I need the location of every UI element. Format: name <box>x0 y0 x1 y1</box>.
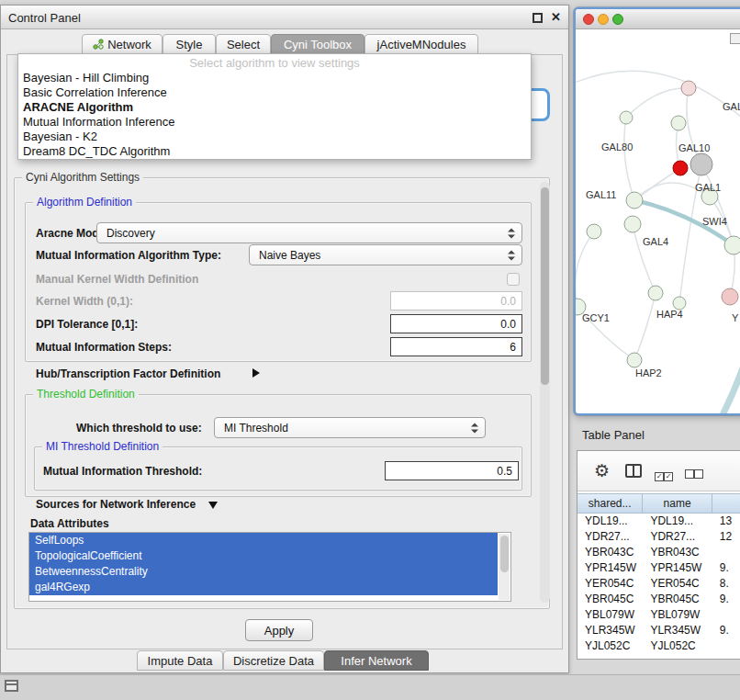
network-node[interactable] <box>587 224 601 239</box>
mi-steps-field[interactable]: 6 <box>390 337 522 356</box>
network-node[interactable] <box>724 236 740 254</box>
table-row[interactable]: YJL052C YJL052C <box>577 638 740 654</box>
table-row[interactable]: YLR345W YLR345W 9. <box>577 623 740 638</box>
table-cell[interactable]: YBR043C <box>577 545 643 560</box>
dpi-tolerance-field[interactable]: 0.0 <box>390 314 522 333</box>
data-attributes-list[interactable]: SelfLoops TopologicalCoefficient Between… <box>28 532 511 602</box>
network-window-titlebar[interactable] <box>576 9 740 29</box>
dropdown-option[interactable]: Bayesian - Hill Climbing <box>18 71 531 85</box>
panel-window-icon[interactable] <box>5 680 18 692</box>
table-cell[interactable]: YBL079W <box>577 607 643 623</box>
gear-icon[interactable]: ⚙ <box>594 462 610 480</box>
minimize-traffic-light-icon[interactable] <box>598 14 609 25</box>
table-cell[interactable]: YBR045C <box>643 592 712 607</box>
close-icon[interactable]: ✕ <box>551 10 561 24</box>
manual-kernel-checkbox[interactable] <box>507 273 520 286</box>
column-header[interactable]: name <box>643 494 712 513</box>
table-cell[interactable]: YJL052C <box>577 638 643 654</box>
network-node[interactable] <box>624 216 641 232</box>
table-cell[interactable]: 9. <box>712 560 740 576</box>
table-cell[interactable]: 9. <box>712 623 740 638</box>
table-cell[interactable]: YLR345W <box>643 623 712 638</box>
table-cell[interactable]: YDR27... <box>643 529 712 545</box>
select-all-icon[interactable]: ✓✓ <box>655 466 673 482</box>
table-cell[interactable]: 9. <box>712 592 740 607</box>
dropdown-option[interactable]: Bayesian - K2 <box>18 130 531 144</box>
column-header[interactable] <box>712 494 740 513</box>
network-node[interactable] <box>648 286 663 300</box>
mi-type-select[interactable]: Naive Bayes <box>249 244 522 265</box>
table-cell[interactable]: 8. <box>712 576 740 592</box>
tab-style[interactable]: Style <box>163 34 216 54</box>
tab-infer-network[interactable]: Infer Network <box>324 650 429 671</box>
kernel-width-field[interactable]: 0.0 <box>390 291 522 310</box>
table-row[interactable]: YER054C YER054C 8. <box>577 576 740 592</box>
zoom-traffic-light-icon[interactable] <box>612 14 623 25</box>
apply-button[interactable]: Apply <box>245 619 313 641</box>
column-header[interactable]: shared... <box>577 494 643 513</box>
aracne-mode-select[interactable]: Discovery <box>96 222 522 243</box>
table-cell[interactable]: YDR27... <box>577 529 643 545</box>
sources-label[interactable]: Sources for Network Inference <box>36 498 196 511</box>
network-node[interactable] <box>673 297 686 310</box>
table-cell[interactable] <box>712 638 740 654</box>
network-node[interactable] <box>681 81 696 96</box>
close-traffic-light-icon[interactable] <box>583 14 594 25</box>
table-cell[interactable]: YER054C <box>643 576 712 592</box>
table-cell[interactable]: 13 <box>712 514 740 529</box>
table-cell[interactable]: YDL19... <box>577 514 643 529</box>
expand-arrow-icon[interactable] <box>252 368 260 378</box>
table-row[interactable]: YBR043C YBR043C <box>577 545 740 560</box>
table-row[interactable]: YDR27... YDR27... 12 <box>577 529 740 545</box>
network-node[interactable] <box>722 288 738 305</box>
table-cell[interactable]: YDL19... <box>643 514 712 529</box>
dropdown-option-selected[interactable]: ARACNE Algorithm <box>18 100 531 115</box>
list-item[interactable]: gal4RGexp <box>29 580 498 595</box>
table-cell[interactable]: 12 <box>712 529 740 545</box>
table-cell[interactable]: YER054C <box>577 576 643 592</box>
network-node-highlighted[interactable] <box>673 161 688 175</box>
table-row[interactable]: YBR045C YBR045C 9. <box>577 592 740 607</box>
network-node[interactable] <box>626 192 643 209</box>
table-cell[interactable]: YPR145W <box>643 560 712 576</box>
table-row[interactable]: YDL19... YDL19... 13 <box>577 514 740 529</box>
which-threshold-select[interactable]: MI Threshold <box>214 417 486 438</box>
table-cell[interactable] <box>712 607 740 623</box>
table-row[interactable]: YBL079W YBL079W <box>577 607 740 623</box>
collapse-arrow-icon[interactable] <box>208 502 218 509</box>
mi-threshold-field[interactable]: 0.5 <box>385 461 519 480</box>
columns-icon[interactable] <box>625 464 642 478</box>
table-cell[interactable]: YBR045C <box>577 592 643 607</box>
tab-select[interactable]: Select <box>216 34 271 54</box>
tab-network[interactable]: Network <box>82 34 163 54</box>
table-cell[interactable]: YJL052C <box>643 638 712 654</box>
scrollbar-thumb[interactable] <box>500 536 509 572</box>
tab-jactivemodules[interactable]: jActiveMNodules <box>364 34 478 54</box>
table-cell[interactable]: YLR345W <box>577 623 643 638</box>
scrollbar-thumb[interactable] <box>541 187 549 385</box>
list-item[interactable]: TopologicalCoefficient <box>29 548 498 564</box>
network-node-hub[interactable] <box>690 153 712 175</box>
dropdown-option[interactable]: Mutual Information Inference <box>18 115 531 130</box>
tab-discretize-data[interactable]: Discretize Data <box>223 650 324 671</box>
control-panel-titlebar[interactable]: Control Panel ✕ <box>1 6 568 29</box>
network-node[interactable] <box>671 116 686 130</box>
restore-icon[interactable] <box>533 13 543 23</box>
tab-impute-data[interactable]: Impute Data <box>137 650 223 671</box>
table-cell[interactable]: YPR145W <box>577 560 643 576</box>
network-node[interactable] <box>620 111 633 124</box>
dropdown-option[interactable]: Basic Correlation Inference <box>18 85 531 100</box>
table-row[interactable]: YPR145W YPR145W 9. <box>577 560 740 576</box>
dropdown-option[interactable]: Dream8 DC_TDC Algorithm <box>18 144 531 159</box>
list-scrollbar[interactable] <box>499 534 510 600</box>
table-cell[interactable]: YBL079W <box>643 607 712 623</box>
list-item[interactable]: SelfLoops <box>29 533 498 548</box>
hub-definition-label[interactable]: Hub/Transcription Factor Definition <box>36 367 220 380</box>
table-cell[interactable]: YBR043C <box>643 545 712 560</box>
deselect-all-icon[interactable] <box>685 466 703 482</box>
settings-scrollbar[interactable] <box>540 182 550 603</box>
table-cell[interactable] <box>712 545 740 560</box>
tab-cyni-toolbox[interactable]: Cyni Toolbox <box>271 34 364 54</box>
network-canvas[interactable]: GAL80 GAL10 GAL1 GAL11 SWI4 GAL4 GCY1 HA… <box>576 29 740 415</box>
list-item[interactable]: BetweennessCentrality <box>29 564 498 580</box>
